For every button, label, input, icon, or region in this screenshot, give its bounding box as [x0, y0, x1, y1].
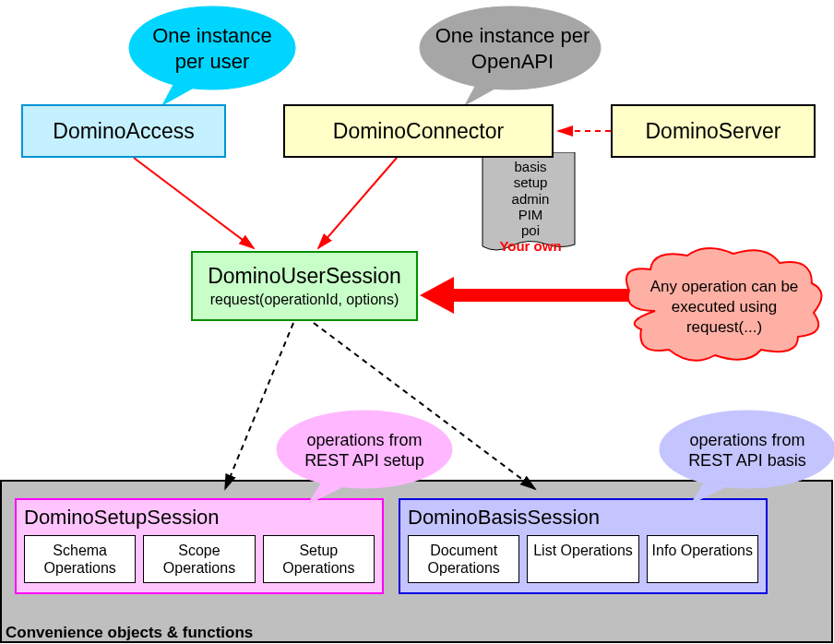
box-domino-access: DominoAccess — [21, 104, 226, 158]
box-setup-session: DominoSetupSession Schema Operations Sco… — [15, 498, 384, 594]
svg-line-0 — [134, 158, 254, 248]
user-session-sub: request(operationId, options) — [210, 292, 399, 308]
svg-line-1 — [318, 158, 397, 248]
bubble-per-user: One instance per user — [129, 9, 295, 88]
svg-marker-6 — [420, 277, 454, 314]
connector-list: basis setup admin PIM poi Your own — [484, 159, 577, 255]
connector-list-item: PIM — [484, 207, 577, 222]
footer-label: Convenience objects & functions — [6, 624, 253, 642]
connector-list-item: setup — [484, 174, 577, 190]
op-schema: Schema Operations — [24, 535, 136, 583]
cloud-any-op: Any operation can be executed using requ… — [646, 277, 803, 338]
op-info: Info Operations — [647, 535, 758, 583]
connector-list-item: admin — [484, 191, 577, 207]
svg-marker-14 — [690, 480, 733, 505]
bubble-per-openapi: One instance per OpenAPI — [423, 9, 602, 88]
bubble-setup: operations from REST API setup — [281, 417, 447, 483]
user-session-title: DominoUserSession — [208, 264, 401, 289]
op-setup: Setup Operations — [263, 535, 375, 583]
box-domino-connector: DominoConnector — [283, 104, 554, 158]
connector-list-own: Your own — [484, 238, 577, 254]
svg-marker-12 — [307, 480, 351, 505]
box-basis-session: DominoBasisSession Document Operations L… — [399, 498, 768, 594]
box-domino-server-label: DominoServer — [646, 119, 781, 144]
box-domino-access-label: DominoAccess — [53, 119, 194, 144]
box-domino-user-session: DominoUserSession request(operationId, o… — [191, 251, 418, 321]
op-list: List Operations — [527, 535, 638, 583]
big-red-arrow — [420, 277, 646, 314]
bubble-basis: operations from REST API basis — [664, 417, 830, 483]
op-scope: Scope Operations — [143, 535, 255, 583]
op-document: Document Operations — [408, 535, 519, 583]
connector-list-item: basis — [484, 159, 577, 174]
box-domino-server: DominoServer — [611, 104, 816, 158]
connector-list-item: poi — [484, 222, 577, 238]
box-domino-connector-label: DominoConnector — [333, 119, 504, 144]
